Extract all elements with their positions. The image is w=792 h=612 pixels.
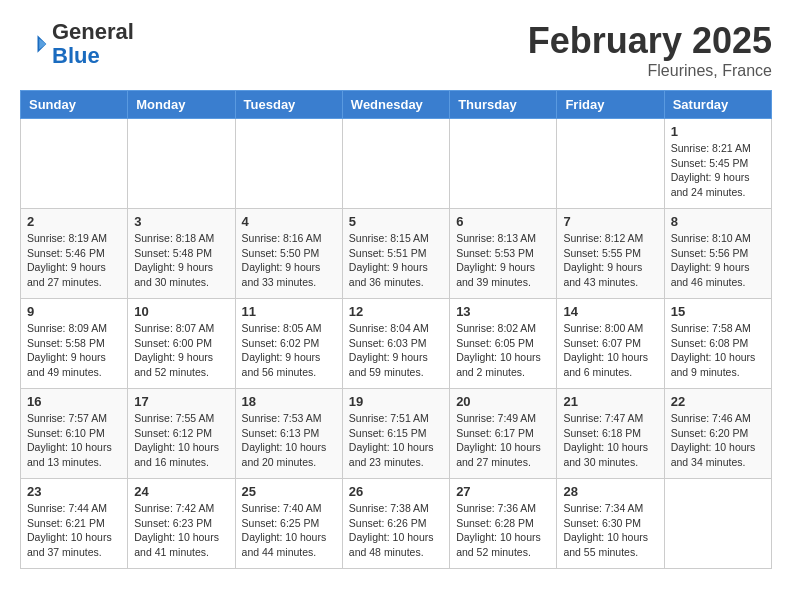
calendar-cell: 28Sunrise: 7:34 AM Sunset: 6:30 PM Dayli… (557, 479, 664, 569)
day-number: 23 (27, 484, 121, 499)
calendar-cell: 14Sunrise: 8:00 AM Sunset: 6:07 PM Dayli… (557, 299, 664, 389)
day-info: Sunrise: 7:57 AM Sunset: 6:10 PM Dayligh… (27, 411, 121, 470)
svg-marker-2 (39, 39, 46, 50)
day-number: 17 (134, 394, 228, 409)
day-info: Sunrise: 8:19 AM Sunset: 5:46 PM Dayligh… (27, 231, 121, 290)
day-info: Sunrise: 7:47 AM Sunset: 6:18 PM Dayligh… (563, 411, 657, 470)
day-number: 4 (242, 214, 336, 229)
calendar-week-5: 23Sunrise: 7:44 AM Sunset: 6:21 PM Dayli… (21, 479, 772, 569)
day-info: Sunrise: 8:00 AM Sunset: 6:07 PM Dayligh… (563, 321, 657, 380)
day-number: 8 (671, 214, 765, 229)
day-info: Sunrise: 7:44 AM Sunset: 6:21 PM Dayligh… (27, 501, 121, 560)
day-number: 10 (134, 304, 228, 319)
day-number: 22 (671, 394, 765, 409)
day-info: Sunrise: 8:16 AM Sunset: 5:50 PM Dayligh… (242, 231, 336, 290)
day-info: Sunrise: 7:38 AM Sunset: 6:26 PM Dayligh… (349, 501, 443, 560)
calendar-cell: 3Sunrise: 8:18 AM Sunset: 5:48 PM Daylig… (128, 209, 235, 299)
day-number: 11 (242, 304, 336, 319)
day-number: 2 (27, 214, 121, 229)
title-block: February 2025 Fleurines, France (528, 20, 772, 80)
calendar-cell: 12Sunrise: 8:04 AM Sunset: 6:03 PM Dayli… (342, 299, 449, 389)
day-number: 12 (349, 304, 443, 319)
calendar-header-row: SundayMondayTuesdayWednesdayThursdayFrid… (21, 91, 772, 119)
day-number: 15 (671, 304, 765, 319)
day-number: 21 (563, 394, 657, 409)
calendar-cell: 7Sunrise: 8:12 AM Sunset: 5:55 PM Daylig… (557, 209, 664, 299)
day-info: Sunrise: 8:07 AM Sunset: 6:00 PM Dayligh… (134, 321, 228, 380)
calendar-cell (557, 119, 664, 209)
calendar-cell: 13Sunrise: 8:02 AM Sunset: 6:05 PM Dayli… (450, 299, 557, 389)
logo-general-text: General (52, 19, 134, 44)
day-number: 19 (349, 394, 443, 409)
day-number: 25 (242, 484, 336, 499)
day-number: 1 (671, 124, 765, 139)
column-header-wednesday: Wednesday (342, 91, 449, 119)
calendar-cell: 6Sunrise: 8:13 AM Sunset: 5:53 PM Daylig… (450, 209, 557, 299)
day-info: Sunrise: 8:10 AM Sunset: 5:56 PM Dayligh… (671, 231, 765, 290)
calendar-cell: 17Sunrise: 7:55 AM Sunset: 6:12 PM Dayli… (128, 389, 235, 479)
day-info: Sunrise: 7:58 AM Sunset: 6:08 PM Dayligh… (671, 321, 765, 380)
calendar-cell (235, 119, 342, 209)
calendar-week-4: 16Sunrise: 7:57 AM Sunset: 6:10 PM Dayli… (21, 389, 772, 479)
calendar-cell: 20Sunrise: 7:49 AM Sunset: 6:17 PM Dayli… (450, 389, 557, 479)
calendar-cell: 1Sunrise: 8:21 AM Sunset: 5:45 PM Daylig… (664, 119, 771, 209)
month-title: February 2025 (528, 20, 772, 62)
calendar-cell (342, 119, 449, 209)
day-number: 24 (134, 484, 228, 499)
calendar-week-1: 1Sunrise: 8:21 AM Sunset: 5:45 PM Daylig… (21, 119, 772, 209)
calendar-cell: 19Sunrise: 7:51 AM Sunset: 6:15 PM Dayli… (342, 389, 449, 479)
column-header-friday: Friday (557, 91, 664, 119)
calendar-cell: 2Sunrise: 8:19 AM Sunset: 5:46 PM Daylig… (21, 209, 128, 299)
day-info: Sunrise: 8:18 AM Sunset: 5:48 PM Dayligh… (134, 231, 228, 290)
calendar-cell: 11Sunrise: 8:05 AM Sunset: 6:02 PM Dayli… (235, 299, 342, 389)
column-header-saturday: Saturday (664, 91, 771, 119)
day-number: 5 (349, 214, 443, 229)
day-number: 9 (27, 304, 121, 319)
day-info: Sunrise: 7:51 AM Sunset: 6:15 PM Dayligh… (349, 411, 443, 470)
day-info: Sunrise: 7:46 AM Sunset: 6:20 PM Dayligh… (671, 411, 765, 470)
column-header-tuesday: Tuesday (235, 91, 342, 119)
day-info: Sunrise: 7:53 AM Sunset: 6:13 PM Dayligh… (242, 411, 336, 470)
calendar-cell (128, 119, 235, 209)
day-info: Sunrise: 7:34 AM Sunset: 6:30 PM Dayligh… (563, 501, 657, 560)
day-info: Sunrise: 7:36 AM Sunset: 6:28 PM Dayligh… (456, 501, 550, 560)
calendar-cell: 24Sunrise: 7:42 AM Sunset: 6:23 PM Dayli… (128, 479, 235, 569)
calendar-cell: 16Sunrise: 7:57 AM Sunset: 6:10 PM Dayli… (21, 389, 128, 479)
calendar-cell: 23Sunrise: 7:44 AM Sunset: 6:21 PM Dayli… (21, 479, 128, 569)
day-info: Sunrise: 7:55 AM Sunset: 6:12 PM Dayligh… (134, 411, 228, 470)
day-number: 26 (349, 484, 443, 499)
day-number: 6 (456, 214, 550, 229)
calendar-cell: 25Sunrise: 7:40 AM Sunset: 6:25 PM Dayli… (235, 479, 342, 569)
day-info: Sunrise: 7:40 AM Sunset: 6:25 PM Dayligh… (242, 501, 336, 560)
day-info: Sunrise: 8:15 AM Sunset: 5:51 PM Dayligh… (349, 231, 443, 290)
calendar-cell: 15Sunrise: 7:58 AM Sunset: 6:08 PM Dayli… (664, 299, 771, 389)
logo: General Blue (20, 20, 134, 68)
day-number: 14 (563, 304, 657, 319)
day-number: 7 (563, 214, 657, 229)
calendar-cell (21, 119, 128, 209)
calendar-cell: 22Sunrise: 7:46 AM Sunset: 6:20 PM Dayli… (664, 389, 771, 479)
day-number: 27 (456, 484, 550, 499)
day-number: 3 (134, 214, 228, 229)
column-header-monday: Monday (128, 91, 235, 119)
day-number: 16 (27, 394, 121, 409)
column-header-sunday: Sunday (21, 91, 128, 119)
day-number: 13 (456, 304, 550, 319)
day-info: Sunrise: 7:42 AM Sunset: 6:23 PM Dayligh… (134, 501, 228, 560)
calendar-cell: 8Sunrise: 8:10 AM Sunset: 5:56 PM Daylig… (664, 209, 771, 299)
day-info: Sunrise: 8:13 AM Sunset: 5:53 PM Dayligh… (456, 231, 550, 290)
calendar-cell: 27Sunrise: 7:36 AM Sunset: 6:28 PM Dayli… (450, 479, 557, 569)
calendar-cell: 18Sunrise: 7:53 AM Sunset: 6:13 PM Dayli… (235, 389, 342, 479)
calendar-cell: 26Sunrise: 7:38 AM Sunset: 6:26 PM Dayli… (342, 479, 449, 569)
day-info: Sunrise: 8:21 AM Sunset: 5:45 PM Dayligh… (671, 141, 765, 200)
day-info: Sunrise: 8:04 AM Sunset: 6:03 PM Dayligh… (349, 321, 443, 380)
day-info: Sunrise: 8:12 AM Sunset: 5:55 PM Dayligh… (563, 231, 657, 290)
logo-icon (20, 30, 48, 58)
logo-blue-text: Blue (52, 43, 100, 68)
calendar-cell: 21Sunrise: 7:47 AM Sunset: 6:18 PM Dayli… (557, 389, 664, 479)
calendar-cell (664, 479, 771, 569)
calendar-cell: 4Sunrise: 8:16 AM Sunset: 5:50 PM Daylig… (235, 209, 342, 299)
calendar-cell: 9Sunrise: 8:09 AM Sunset: 5:58 PM Daylig… (21, 299, 128, 389)
calendar-cell (450, 119, 557, 209)
day-number: 28 (563, 484, 657, 499)
